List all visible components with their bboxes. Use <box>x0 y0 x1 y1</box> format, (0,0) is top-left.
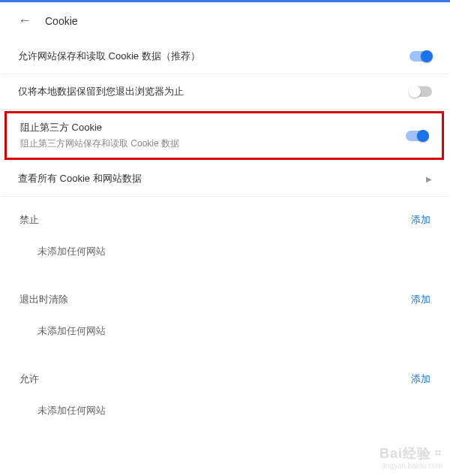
section-header-allow: 允许 添加 <box>2 356 448 392</box>
back-arrow-icon[interactable]: ← <box>18 13 32 29</box>
row-label: 阻止第三方 Cookie <box>20 121 406 134</box>
settings-content: 允许网站保存和读取 Cookie 数据（推荐） 仅将本地数据保留到您退出浏览器为… <box>0 39 450 435</box>
row-label: 允许网站保存和读取 Cookie 数据（推荐） <box>18 50 410 63</box>
page-title: Cookie <box>45 15 78 27</box>
toggle-knob <box>417 130 429 142</box>
toggle-session-only[interactable] <box>410 86 432 97</box>
row-label: 查看所有 Cookie 和网站数据 <box>18 172 426 185</box>
watermark: Bai经验⠶ jingyan.baidu.com <box>380 447 442 470</box>
section-label: 允许 <box>20 372 39 386</box>
section-label: 禁止 <box>20 213 39 227</box>
highlight-block-third-party: 阻止第三方 Cookie 阻止第三方网站保存和读取 Cookie 数据 <box>4 111 444 160</box>
toggle-knob <box>409 86 421 98</box>
paw-icon: ⠶ <box>434 447 442 458</box>
toggle-allow-save[interactable] <box>410 51 432 62</box>
toggle-knob <box>421 50 433 62</box>
add-block-button[interactable]: 添加 <box>411 213 430 227</box>
row-block-third-party[interactable]: 阻止第三方 Cookie 阻止第三方网站保存和读取 Cookie 数据 <box>7 113 442 158</box>
page-header: ← Cookie <box>0 2 450 39</box>
row-sublabel: 阻止第三方网站保存和读取 Cookie 数据 <box>20 137 406 150</box>
toggle-block-third-party[interactable] <box>406 131 428 141</box>
add-clear-button[interactable]: 添加 <box>411 293 430 306</box>
section-block-empty: 未添加任何网站 <box>2 233 448 276</box>
section-header-clear: 退出时清除 添加 <box>2 276 448 312</box>
chevron-right-icon: ▶ <box>426 175 432 183</box>
watermark-url: jingyan.baidu.com <box>380 462 442 470</box>
row-session-only[interactable]: 仅将本地数据保留到您退出浏览器为止 <box>2 74 448 110</box>
watermark-brand: Bai <box>380 446 403 461</box>
section-label: 退出时清除 <box>20 293 68 306</box>
row-allow-save-cookies[interactable]: 允许网站保存和读取 Cookie 数据（推荐） <box>2 39 448 74</box>
section-header-block: 禁止 添加 <box>2 197 448 233</box>
section-allow-empty: 未添加任何网站 <box>2 392 448 435</box>
section-clear-empty: 未添加任何网站 <box>2 312 448 356</box>
row-view-all-cookies[interactable]: 查看所有 Cookie 和网站数据 ▶ <box>2 161 448 197</box>
row-label: 仅将本地数据保留到您退出浏览器为止 <box>18 85 410 98</box>
add-allow-button[interactable]: 添加 <box>411 372 430 386</box>
watermark-brand2: 经验 <box>403 446 431 461</box>
